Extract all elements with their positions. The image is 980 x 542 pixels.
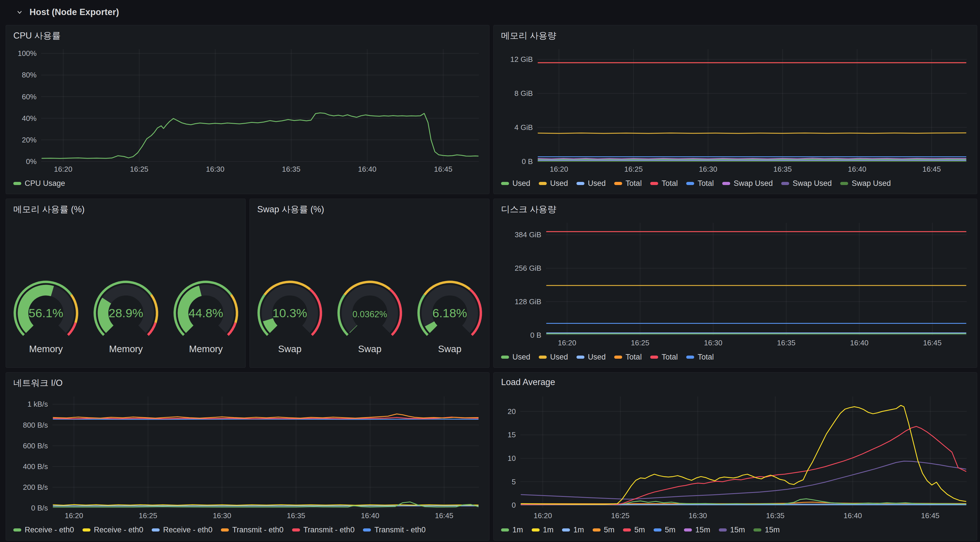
- legend-swatch-icon: [363, 528, 371, 531]
- panel-title[interactable]: 메모리 사용량: [501, 30, 971, 42]
- legend-swatch-icon: [753, 528, 761, 531]
- legend-item[interactable]: Total: [614, 353, 642, 362]
- legend-swatch-icon: [840, 182, 848, 185]
- panel-title[interactable]: 디스크 사용량: [501, 204, 971, 215]
- svg-text:16:45: 16:45: [923, 338, 942, 347]
- svg-text:16:40: 16:40: [361, 511, 379, 520]
- legend-swatch-icon: [623, 528, 631, 531]
- svg-text:12 GiB: 12 GiB: [511, 55, 533, 64]
- legend-label: Swap Used: [851, 179, 891, 188]
- legend-item[interactable]: Total: [650, 353, 678, 362]
- legend-item[interactable]: 1m: [501, 526, 523, 534]
- legend-swatch-icon: [654, 528, 662, 531]
- panel-title[interactable]: 네트워크 I/O: [13, 377, 484, 389]
- svg-text:40%: 40%: [22, 114, 37, 123]
- memory-usage-chart[interactable]: 16:2016:2516:3016:3516:4016:450 B4 GiB8 …: [495, 44, 972, 175]
- legend-label: 5m: [634, 526, 645, 534]
- gauge: 44.8%Memory: [166, 219, 246, 367]
- legend-item[interactable]: Used: [576, 353, 606, 362]
- svg-text:16:25: 16:25: [624, 165, 643, 174]
- legend-item[interactable]: 5m: [654, 526, 676, 534]
- legend-label: 1m: [573, 526, 584, 534]
- legend-label: Transmit - eth0: [232, 526, 283, 534]
- svg-text:128 GiB: 128 GiB: [515, 297, 541, 306]
- svg-text:16:20: 16:20: [558, 338, 576, 347]
- row-title[interactable]: Host (Node Exporter): [30, 7, 119, 17]
- svg-text:16:20: 16:20: [54, 165, 72, 174]
- legend-item[interactable]: Receive - eth0: [13, 526, 74, 534]
- legend-swatch-icon: [152, 528, 160, 531]
- legend-item[interactable]: Receive - eth0: [83, 526, 143, 534]
- legend-item[interactable]: 5m: [623, 526, 645, 534]
- panel-swap-gauges: Swap 사용률 (%) 10.3%Swap0.0362%Swap6.18%Sw…: [250, 199, 490, 368]
- legend-item[interactable]: Transmit - eth0: [292, 526, 355, 534]
- gauge-value: 28.9%: [108, 306, 143, 320]
- cpu-legend: CPU Usage: [13, 176, 486, 190]
- svg-text:16:25: 16:25: [631, 338, 649, 347]
- svg-text:16:35: 16:35: [766, 511, 784, 520]
- legend-item[interactable]: Used: [539, 353, 568, 362]
- panel-title[interactable]: 메모리 사용률 (%): [13, 204, 240, 215]
- legend-item[interactable]: CPU Usage: [13, 179, 65, 188]
- legend-item[interactable]: Used: [576, 179, 606, 188]
- panel-title[interactable]: Load Average: [501, 377, 971, 387]
- legend-item[interactable]: Swap Used: [840, 179, 891, 188]
- legend-label: 15m: [765, 526, 780, 534]
- gauge: 6.18%Swap: [410, 219, 490, 367]
- svg-text:200 B/s: 200 B/s: [23, 483, 48, 491]
- legend-label: Receive - eth0: [163, 526, 212, 534]
- network-io-chart[interactable]: 16:2016:2516:3016:3516:4016:450 B/s200 B…: [8, 391, 485, 521]
- legend-swatch-icon: [539, 182, 547, 185]
- legend-swatch-icon: [83, 528, 91, 531]
- legend-label: Transmit - eth0: [304, 526, 355, 534]
- svg-text:0 B: 0 B: [530, 331, 541, 340]
- legend-item[interactable]: Total: [686, 353, 714, 362]
- svg-text:16:40: 16:40: [843, 511, 862, 520]
- svg-text:16:30: 16:30: [704, 338, 722, 347]
- legend-item[interactable]: Transmit - eth0: [363, 526, 426, 534]
- svg-text:15: 15: [508, 430, 516, 439]
- legend-item[interactable]: Total: [614, 179, 642, 188]
- legend-label: Swap Used: [733, 179, 773, 188]
- legend-item[interactable]: Swap Used: [781, 179, 832, 188]
- load-average-chart[interactable]: 16:2016:2516:3016:3516:4016:4505101520: [495, 391, 972, 521]
- legend-label: 5m: [665, 526, 676, 534]
- svg-text:0 B/s: 0 B/s: [31, 504, 48, 512]
- legend-label: Swap Used: [792, 179, 832, 188]
- legend-item[interactable]: Receive - eth0: [152, 526, 212, 534]
- legend-item[interactable]: Transmit - eth0: [221, 526, 283, 534]
- legend-item[interactable]: 1m: [532, 526, 554, 534]
- legend-label: Used: [550, 179, 568, 188]
- legend-swatch-icon: [532, 528, 539, 531]
- svg-text:20%: 20%: [22, 136, 37, 144]
- legend-item[interactable]: 15m: [753, 526, 780, 534]
- legend-item[interactable]: Used: [501, 179, 530, 188]
- svg-text:16:30: 16:30: [699, 165, 717, 174]
- cpu-usage-chart[interactable]: 16:2016:2516:3016:3516:4016:450%20%40%60…: [8, 44, 485, 175]
- legend-item[interactable]: 1m: [562, 526, 584, 534]
- legend-swatch-icon: [539, 355, 547, 359]
- legend-label: Used: [588, 353, 606, 362]
- legend-item[interactable]: Used: [501, 353, 530, 362]
- legend-item[interactable]: 5m: [593, 526, 615, 534]
- legend-item[interactable]: Total: [650, 179, 678, 188]
- svg-text:400 B/s: 400 B/s: [23, 462, 48, 471]
- legend-item[interactable]: 15m: [719, 526, 745, 534]
- panel-title[interactable]: Swap 사용률 (%): [257, 204, 484, 215]
- legend-swatch-icon: [501, 355, 509, 359]
- legend-item[interactable]: Swap Used: [722, 179, 773, 188]
- legend-swatch-icon: [719, 528, 727, 531]
- svg-text:80%: 80%: [22, 71, 37, 79]
- legend-item[interactable]: Total: [686, 179, 714, 188]
- disk-usage-chart[interactable]: 16:2016:2516:3016:3516:4016:450 B128 GiB…: [495, 218, 972, 349]
- gauge-title: Swap: [278, 344, 302, 354]
- panel-title[interactable]: CPU 사용률: [13, 30, 484, 42]
- gauge-value: 10.3%: [272, 306, 307, 320]
- gauge: 28.9%Memory: [86, 219, 166, 367]
- legend-swatch-icon: [614, 355, 622, 359]
- chevron-down-icon[interactable]: [16, 8, 23, 16]
- legend-label: 5m: [604, 526, 615, 534]
- legend-item[interactable]: Used: [539, 179, 568, 188]
- legend-item[interactable]: 15m: [684, 526, 710, 534]
- gauge-value: 0.0362%: [352, 309, 387, 319]
